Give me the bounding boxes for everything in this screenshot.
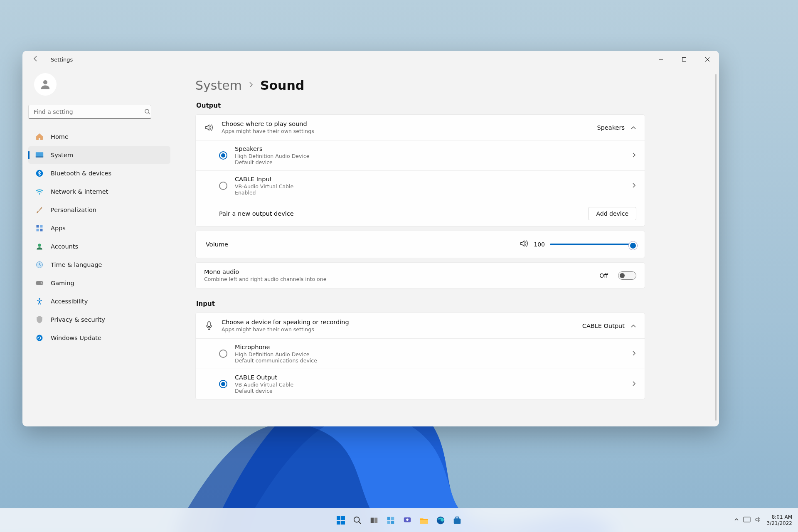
- search-icon: [144, 108, 150, 116]
- radio-unselected[interactable]: [219, 350, 227, 358]
- choose-output-row[interactable]: Choose where to play soundApps might hav…: [196, 115, 645, 140]
- radio-selected[interactable]: [219, 380, 227, 388]
- nav-personalization[interactable]: Personalization: [28, 201, 170, 219]
- nav-home[interactable]: Home: [28, 128, 170, 145]
- taskbar-explorer[interactable]: [417, 513, 431, 527]
- tray-keyboard-icon[interactable]: [743, 517, 751, 524]
- shield-icon: [35, 315, 44, 324]
- nav-apps[interactable]: Apps: [28, 219, 170, 237]
- taskbar-widgets[interactable]: [384, 513, 398, 527]
- output-selected-value: Speakers: [597, 124, 625, 131]
- nav-accessibility[interactable]: Accessibility: [28, 293, 170, 310]
- device-name: Microphone: [235, 344, 632, 350]
- nav-gaming[interactable]: Gaming: [28, 274, 170, 292]
- taskbar-chat[interactable]: [400, 513, 414, 527]
- device-status: Default device: [235, 388, 632, 394]
- mono-title: Mono audio: [204, 268, 599, 275]
- nav-network[interactable]: Network & internet: [28, 183, 170, 200]
- nav-time[interactable]: Time & language: [28, 256, 170, 273]
- radio-selected[interactable]: [219, 151, 227, 160]
- svg-rect-36: [744, 517, 750, 522]
- volume-icon[interactable]: [520, 239, 529, 249]
- mono-audio-row[interactable]: Mono audioCombine left and right audio c…: [196, 263, 645, 288]
- mic-icon: [204, 321, 214, 330]
- update-icon: [35, 333, 44, 342]
- nav-accounts[interactable]: Accounts: [28, 238, 170, 255]
- volume-label: Volume: [206, 241, 520, 248]
- volume-card: Volume 100: [195, 231, 645, 258]
- device-name: CABLE Output: [235, 374, 632, 381]
- nav-bluetooth[interactable]: Bluetooth & devices: [28, 165, 170, 182]
- mono-toggle[interactable]: [618, 271, 636, 280]
- maximize-button[interactable]: [672, 51, 696, 68]
- device-name: CABLE Input: [235, 176, 632, 182]
- svg-rect-0: [682, 58, 686, 62]
- nav-label: System: [51, 152, 73, 158]
- svg-rect-10: [40, 229, 43, 232]
- nav-label: Apps: [51, 225, 66, 232]
- nav-label: Home: [51, 133, 69, 140]
- svg-point-1: [43, 80, 47, 84]
- svg-point-15: [42, 283, 43, 284]
- nav-privacy[interactable]: Privacy & security: [28, 311, 170, 328]
- page-title: Sound: [260, 78, 304, 93]
- taskbar-right: 8:01 AM3/21/2022: [734, 514, 798, 526]
- chevron-right-icon: [249, 81, 254, 90]
- input-device-cable[interactable]: CABLE OutputVB-Audio Virtual CableDefaul…: [196, 369, 645, 399]
- taskbar-clock[interactable]: 8:01 AM3/21/2022: [766, 514, 792, 526]
- svg-rect-35: [456, 517, 458, 519]
- svg-rect-19: [337, 516, 340, 520]
- search-input[interactable]: [28, 105, 151, 119]
- svg-rect-7: [37, 225, 39, 228]
- nav-label: Windows Update: [51, 335, 101, 341]
- svg-point-17: [37, 335, 43, 341]
- gamepad-icon: [35, 278, 44, 288]
- svg-rect-29: [391, 520, 394, 523]
- titlebar: Settings: [22, 51, 719, 68]
- device-status: Default device: [235, 159, 632, 165]
- user-avatar[interactable]: [34, 73, 57, 96]
- radio-unselected[interactable]: [219, 182, 227, 190]
- search-box[interactable]: [28, 105, 170, 119]
- output-device-speakers[interactable]: SpeakersHigh Definition Audio DeviceDefa…: [196, 140, 645, 170]
- choose-input-row[interactable]: Choose a device for speaking or recordin…: [196, 313, 645, 338]
- minimize-button[interactable]: [649, 51, 672, 68]
- chevron-right-icon[interactable]: [632, 152, 636, 160]
- taskbar-edge[interactable]: [433, 513, 448, 527]
- chevron-right-icon[interactable]: [632, 182, 636, 190]
- nav-system[interactable]: System: [28, 146, 170, 164]
- start-button[interactable]: [334, 513, 348, 527]
- input-selected-value: CABLE Output: [582, 323, 625, 329]
- taskbar-search[interactable]: [350, 513, 365, 527]
- nav-update[interactable]: Windows Update: [28, 329, 170, 347]
- svg-rect-28: [387, 520, 390, 523]
- pair-output-row: Pair a new output device Add device: [196, 201, 645, 226]
- device-sub: VB-Audio Virtual Cable: [235, 183, 632, 190]
- svg-rect-8: [40, 225, 43, 228]
- scrollbar[interactable]: [715, 74, 717, 421]
- taskbar-taskview[interactable]: [367, 513, 381, 527]
- back-button[interactable]: [32, 55, 41, 64]
- sidebar: Home System Bluetooth & devices Network …: [22, 68, 176, 426]
- output-device-cable[interactable]: CABLE InputVB-Audio Virtual CableEnabled: [196, 170, 645, 201]
- taskbar-store[interactable]: [450, 513, 464, 527]
- chevron-right-icon[interactable]: [632, 380, 636, 388]
- tray-volume-icon[interactable]: [755, 516, 762, 524]
- apps-icon: [35, 224, 44, 233]
- svg-rect-21: [337, 521, 340, 525]
- volume-slider[interactable]: [550, 244, 635, 245]
- device-sub: High Definition Audio Device: [235, 153, 632, 159]
- svg-point-16: [39, 298, 40, 300]
- pair-label: Pair a new output device: [219, 210, 588, 217]
- taskbar-center: [334, 513, 464, 527]
- breadcrumb-parent[interactable]: System: [195, 78, 242, 93]
- add-device-button[interactable]: Add device: [588, 207, 636, 220]
- tray-chevron-icon[interactable]: [734, 517, 739, 523]
- chevron-right-icon[interactable]: [632, 350, 636, 358]
- window-title: Settings: [51, 57, 73, 63]
- output-heading: Output: [196, 102, 645, 109]
- date-text: 3/21/2022: [766, 520, 792, 526]
- input-device-microphone[interactable]: MicrophoneHigh Definition Audio DeviceDe…: [196, 338, 645, 369]
- close-button[interactable]: [696, 51, 719, 68]
- svg-rect-22: [341, 521, 345, 525]
